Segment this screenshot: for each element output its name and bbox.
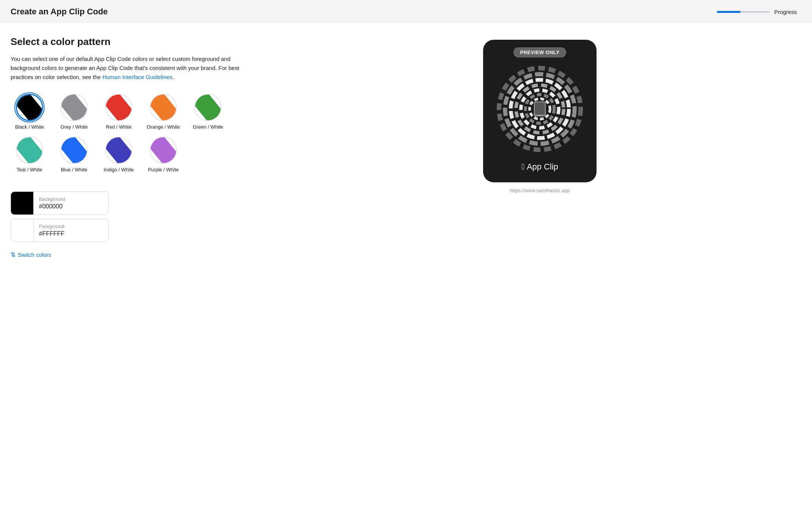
progress-label: Progress <box>774 9 797 15</box>
section-title: Select a color pattern <box>11 36 268 48</box>
preview-url: https://www.sanshands.app <box>510 188 570 193</box>
color-option-orange-white[interactable]: Orange / White <box>144 94 182 130</box>
color-label-orange-white: Orange / White <box>147 124 180 130</box>
description-text: You can select one of our default App Cl… <box>11 54 253 82</box>
background-input-info: Background #000000 <box>34 193 70 213</box>
progress-bar-container <box>717 11 770 13</box>
color-circle-purple-white <box>150 137 177 164</box>
color-option-blue-white[interactable]: Blue / White <box>55 137 93 172</box>
color-circle-black-white <box>16 94 43 121</box>
color-label-grey-white: Grey / White <box>60 124 88 130</box>
svg-rect-9 <box>538 115 542 116</box>
switch-colors-icon: ⇅ <box>11 251 15 258</box>
switch-colors-label: Switch colors <box>18 252 51 258</box>
background-swatch <box>11 192 34 214</box>
page-wrapper: Create an App Clip Code Progress Select … <box>0 0 812 519</box>
color-circle-green-white <box>194 94 222 121</box>
color-label-black-white: Black / White <box>15 124 44 130</box>
color-label-green-white: Green / White <box>193 124 223 130</box>
foreground-swatch <box>11 219 34 242</box>
color-label-blue-white: Blue / White <box>61 167 87 172</box>
color-option-grey-white[interactable]: Grey / White <box>55 94 93 130</box>
background-value: #000000 <box>39 203 65 210</box>
preview-badge: PREVIEW ONLY <box>513 47 566 57</box>
foreground-value: #FFFFFF <box>39 230 65 237</box>
color-circle-indigo-white <box>105 137 132 164</box>
color-circle-red-white <box>105 94 132 121</box>
app-clip-label:  App Clip <box>521 162 558 172</box>
color-option-red-white[interactable]: Red / White <box>100 94 138 130</box>
color-inputs: Background #000000 Foreground #FFFFFF <box>11 191 268 242</box>
header: Create an App Clip Code Progress <box>0 0 812 22</box>
color-option-black-white[interactable]: Black / White <box>11 94 48 130</box>
apple-icon:  <box>521 163 524 171</box>
color-option-indigo-white[interactable]: Indigo / White <box>100 137 138 172</box>
foreground-input-info: Foreground #FFFFFF <box>34 221 70 240</box>
right-panel: PREVIEW ONLY <box>283 36 797 258</box>
color-label-purple-white: Purple / White <box>148 167 179 172</box>
color-circle-grey-white <box>60 94 88 121</box>
progress-section: Progress <box>717 9 797 15</box>
color-option-teal-white[interactable]: Teal / White <box>11 137 48 172</box>
page-title: Create an App Clip Code <box>11 7 108 17</box>
background-label: Background <box>39 196 65 202</box>
svg-rect-8 <box>535 103 545 115</box>
progress-bar-fill <box>717 11 741 13</box>
color-grid: Black / White Grey / White <box>11 94 268 179</box>
color-option-green-white[interactable]: Green / White <box>189 94 227 130</box>
foreground-input-row[interactable]: Foreground #FFFFFF <box>11 219 109 242</box>
color-option-purple-white[interactable]: Purple / White <box>144 137 182 172</box>
color-label-teal-white: Teal / White <box>17 167 42 172</box>
app-clip-code-svg <box>494 64 585 154</box>
color-circle-teal-white <box>16 137 43 164</box>
main-content: Select a color pattern You can select on… <box>0 22 812 273</box>
foreground-label: Foreground <box>39 224 65 229</box>
app-clip-text: App Clip <box>527 162 558 172</box>
switch-colors-button[interactable]: ⇅ Switch colors <box>11 251 51 258</box>
left-panel: Select a color pattern You can select on… <box>11 36 268 258</box>
app-clip-visual <box>494 64 585 154</box>
preview-card: PREVIEW ONLY <box>483 40 597 182</box>
background-input-row[interactable]: Background #000000 <box>11 191 109 215</box>
color-circle-blue-white <box>60 137 88 164</box>
color-label-indigo-white: Indigo / White <box>104 167 134 172</box>
color-label-red-white: Red / White <box>106 124 132 130</box>
color-circle-orange-white <box>150 94 177 121</box>
guidelines-link[interactable]: Human Interface Guidelines <box>102 74 173 80</box>
